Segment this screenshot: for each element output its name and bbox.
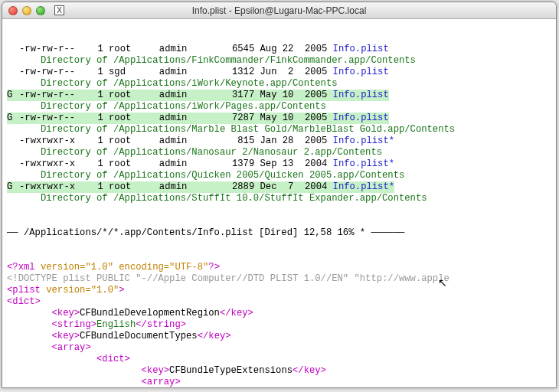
size: 6545 — [221, 44, 260, 55]
file-line[interactable]: -rw-rw-r-- 1 root admin 6545 Aug 22 2005… — [7, 44, 551, 55]
xml-pane[interactable]: <?xml version="1.0" encoding="UTF-8"?><!… — [7, 262, 551, 387]
zoom-button[interactable] — [36, 6, 45, 15]
xml-text: CFBundleDevelopmentRegion — [80, 308, 220, 318]
traffic-lights — [8, 6, 45, 15]
xml-attr: version="1.0" encoding="UTF-8" — [35, 262, 209, 273]
xml-tag: </key> — [198, 331, 231, 341]
dired-mark — [7, 67, 19, 78]
xml-tag: > — [119, 285, 124, 296]
group: admin — [159, 136, 221, 147]
dired-mark: G — [7, 90, 19, 101]
size: 7287 — [221, 113, 260, 124]
file-line[interactable]: G -rwxrwxr-x 1 root admin 2889 Dec 7 200… — [7, 181, 551, 193]
filename[interactable]: Info.plist — [333, 90, 389, 101]
date: May 10 2005 — [260, 90, 333, 101]
group: admin — [159, 67, 221, 78]
permissions: -rw-rw-r-- — [19, 113, 75, 124]
editor-content[interactable]: -rw-rw-r-- 1 root admin 6545 Aug 22 2005… — [2, 19, 556, 387]
link-count: 1 — [75, 44, 109, 55]
directory-path: Directory of /Applications/iWork/Pages.a… — [7, 101, 326, 113]
owner: root — [109, 181, 159, 193]
date: Sep 13 2004 — [260, 158, 333, 170]
directory-line[interactable]: Directory of /Applications/Quicken 2005/… — [7, 170, 551, 181]
owner: sgd — [109, 67, 159, 78]
window-title: Info.plist - Epsilon@Lugaru-Mac-PPC.loca… — [2, 5, 556, 16]
file-line[interactable]: -rwxrwxr-x 1 root admin 815 Jan 28 2005 … — [7, 136, 551, 147]
directory-path: Directory of /Applications/Nanosaur 2/Na… — [7, 147, 382, 158]
date: Aug 22 2005 — [260, 44, 333, 55]
directory-line[interactable]: Directory of /Applications/FinkCommander… — [7, 55, 551, 67]
permissions: -rw-rw-r-- — [19, 44, 75, 55]
permissions: -rw-rw-r-- — [19, 90, 75, 101]
xml-tag: ?> — [208, 262, 220, 273]
xml-tag: <array> — [52, 342, 91, 353]
dired-pane[interactable]: -rw-rw-r-- 1 root admin 6545 Aug 22 2005… — [7, 44, 551, 204]
directory-line[interactable]: Directory of /Applications/iWork/Pages.a… — [7, 101, 551, 113]
close-button[interactable] — [8, 6, 18, 15]
permissions: -rwxrwxr-x — [19, 181, 75, 193]
directory-path: Directory of /Applications/Quicken 2005/… — [7, 170, 404, 181]
dired-modeline: —— /Applications/*/*.app/Contents/Info.p… — [7, 227, 551, 239]
size: 1312 — [221, 67, 260, 78]
filename[interactable]: Info.plist — [333, 67, 389, 78]
date: Dec 7 2004 — [260, 181, 333, 193]
dired-mark — [7, 44, 19, 55]
xml-tag: <key> — [142, 365, 170, 376]
file-line[interactable]: G -rw-rw-r-- 1 root admin 3177 May 10 20… — [7, 90, 551, 101]
filename[interactable]: Info.plist — [333, 44, 389, 55]
file-line[interactable]: -rw-rw-r-- 1 sgd admin 1312 Jun 2 2005 I… — [7, 67, 551, 78]
x11-icon: X — [54, 5, 64, 15]
xml-tag: <array> — [142, 377, 181, 387]
directory-line[interactable]: Directory of /Applications/Nanosaur 2/Na… — [7, 147, 551, 158]
owner: root — [109, 136, 159, 147]
link-count: 1 — [75, 181, 109, 193]
file-line[interactable]: -rwxrwxr-x 1 root admin 1379 Sep 13 2004… — [7, 158, 551, 170]
permissions: -rwxrwxr-x — [19, 158, 75, 170]
xml-tag: <string> — [52, 319, 97, 330]
permissions: -rw-rw-r-- — [19, 67, 75, 78]
file-line[interactable]: G -rw-rw-r-- 1 root admin 7287 May 10 20… — [7, 113, 551, 124]
editor-window: X Info.plist - Epsilon@Lugaru-Mac-PPC.lo… — [2, 2, 557, 388]
owner: root — [109, 90, 159, 101]
xml-tag: <key> — [52, 308, 80, 318]
dired-mark: G — [7, 113, 19, 124]
filename[interactable]: Info.plist* — [333, 136, 394, 147]
directory-line[interactable]: Directory of /Applications/iWork/Keynote… — [7, 78, 551, 90]
directory-line[interactable]: Directory of /Applications/Marble Blast … — [7, 124, 551, 136]
directory-path: Directory of /Applications/iWork/Keynote… — [7, 78, 338, 90]
date: May 10 2005 — [260, 113, 333, 124]
group: admin — [159, 44, 221, 55]
group: admin — [159, 113, 221, 124]
xml-tag: <dict> — [96, 354, 130, 364]
size: 815 — [221, 136, 260, 147]
directory-line[interactable]: Directory of /Applications/StuffIt 10.0/… — [7, 193, 551, 204]
titlebar[interactable]: X Info.plist - Epsilon@Lugaru-Mac-PPC.lo… — [2, 2, 556, 19]
filename[interactable]: Info.plist* — [333, 181, 394, 193]
filename[interactable]: Info.plist* — [333, 158, 394, 170]
directory-path: Directory of /Applications/StuffIt 10.0/… — [7, 193, 427, 204]
xml-tag: <?xml — [7, 262, 35, 273]
xml-tag: <plist — [7, 285, 41, 296]
date: Jan 28 2005 — [260, 136, 333, 147]
xml-attr: version="1.0" — [41, 285, 119, 296]
owner: root — [109, 158, 159, 170]
xml-tag: <dict> — [7, 296, 41, 307]
owner: root — [109, 44, 159, 55]
date: Jun 2 2005 — [260, 67, 333, 78]
size: 2889 — [221, 181, 260, 193]
link-count: 1 — [75, 158, 109, 170]
minimize-button[interactable] — [22, 6, 31, 15]
owner: root — [109, 113, 159, 124]
directory-path: Directory of /Applications/FinkCommander… — [7, 55, 416, 67]
size: 1379 — [221, 158, 260, 170]
filename[interactable]: Info.plist — [333, 113, 389, 124]
doctype: <!DOCTYPE plist PUBLIC "-//Apple Compute… — [7, 273, 551, 285]
link-count: 1 — [75, 90, 109, 101]
dired-mark: G — [7, 181, 19, 193]
xml-text: CFBundleDocumentTypes — [80, 331, 198, 341]
link-count: 1 — [75, 136, 109, 147]
size: 3177 — [221, 90, 260, 101]
group: admin — [159, 181, 221, 193]
xml-tag: <key> — [52, 331, 80, 341]
xml-tag: </key> — [220, 308, 253, 318]
